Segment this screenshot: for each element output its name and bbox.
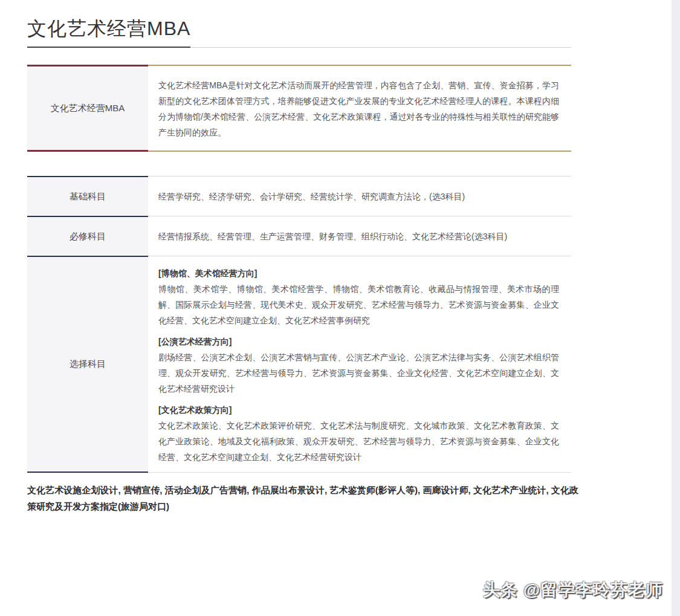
basic-subjects-label: 基础科目 bbox=[27, 176, 148, 216]
scrollbar-track[interactable] bbox=[672, 0, 680, 616]
career-note: 文化艺术设施企划设计, 营销宣传, 活动企划及广告营销, 作品展出布景设计, 艺… bbox=[27, 482, 578, 514]
elective-section-performing-arts: [公演艺术经营方向] 剧场经营、公演艺术企划、公演艺术营销与宣传、公演艺术产业论… bbox=[158, 334, 559, 397]
page: 文化艺术经营MBA 文化艺术经营MBA 文化艺术经营MBA是针对文化艺术活动而展… bbox=[0, 0, 680, 616]
elective-body-policy: 文化艺术政策论、文化艺术政策评价研究、文化艺术法与制度研究、文化城市政策、文化艺… bbox=[158, 418, 559, 465]
elective-body-museum: 博物馆、美术馆学、博物馆、美术馆经营学、博物馆、美术馆教育论、收藏品与情报管理、… bbox=[158, 281, 559, 328]
overview-table: 文化艺术经营MBA 文化艺术经营MBA是针对文化艺术活动而展开的经营管理，内容包… bbox=[27, 65, 571, 152]
toutiao-watermark: 头条 @留学李玲芬老师 bbox=[483, 579, 663, 601]
table-row-required-subjects: 必修科目 经营情报系统、经营管理、生产运营管理、财务管理、组织行动论、文化艺术经… bbox=[27, 216, 571, 256]
required-subjects-label: 必修科目 bbox=[27, 216, 148, 256]
page-header: 文化艺术经营MBA bbox=[27, 16, 571, 48]
elective-heading-performing-arts: [公演艺术经营方向] bbox=[158, 334, 559, 349]
overview-row: 文化艺术经营MBA 文化艺术经营MBA是针对文化艺术活动而展开的经营管理，内容包… bbox=[27, 65, 571, 152]
elective-heading-policy: [文化艺术政策方向] bbox=[158, 402, 559, 418]
table-row-elective-subjects: 选择科目 [博物馆、美术馆经营方向] 博物馆、美术馆学、博物馆、美术馆经营学、博… bbox=[27, 256, 571, 473]
overview-description: 文化艺术经营MBA是针对文化艺术活动而展开的经营管理，内容包含了企划、营销、宣传… bbox=[148, 65, 571, 152]
elective-section-museum: [博物馆、美术馆经营方向] 博物馆、美术馆学、博物馆、美术馆经营学、博物馆、美术… bbox=[158, 265, 559, 328]
required-subjects-content: 经营情报系统、经营管理、生产运营管理、财务管理、组织行动论、文化艺术经营论(选3… bbox=[148, 216, 571, 256]
elective-subjects-content: [博物馆、美术馆经营方向] 博物馆、美术馆学、博物馆、美术馆经营学、博物馆、美术… bbox=[148, 256, 571, 473]
page-title: 文化艺术经营MBA bbox=[27, 16, 190, 48]
elective-section-policy: [文化艺术政策方向] 文化艺术政策论、文化艺术政策评价研究、文化艺术法与制度研究… bbox=[158, 402, 559, 465]
curriculum-table: 基础科目 经营学研究、经济学研究、会计学研究、经营统计学、研究调查方法论，(选3… bbox=[27, 176, 571, 473]
content-column: 文化艺术经营MBA 文化艺术经营MBA 文化艺术经营MBA是针对文化艺术活动而展… bbox=[27, 16, 571, 514]
elective-heading-museum: [博物馆、美术馆经营方向] bbox=[158, 265, 559, 281]
elective-subjects-label: 选择科目 bbox=[27, 256, 148, 473]
table-row-basic-subjects: 基础科目 经营学研究、经济学研究、会计学研究、经营统计学、研究调查方法论，(选3… bbox=[27, 176, 571, 216]
overview-label: 文化艺术经营MBA bbox=[27, 65, 148, 152]
elective-body-performing-arts: 剧场经营、公演艺术企划、公演艺术营销与宣传、公演艺术产业论、公演艺术法律与实务、… bbox=[158, 349, 559, 397]
basic-subjects-content: 经营学研究、经济学研究、会计学研究、经营统计学、研究调查方法论，(选3科目) bbox=[148, 176, 571, 216]
